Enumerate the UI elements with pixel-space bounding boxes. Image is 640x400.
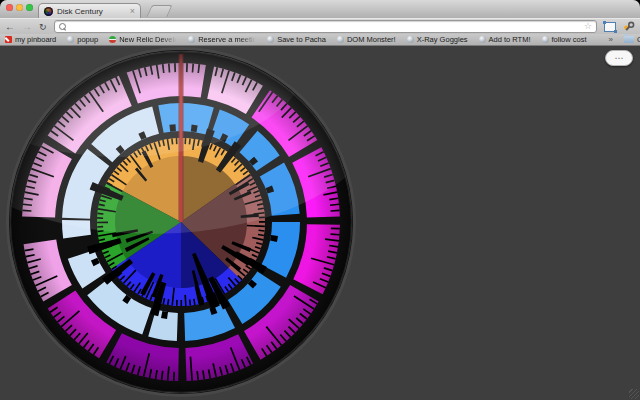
wrench-menu-icon[interactable] [623,21,635,33]
bookmark-label: DOM Monster! [347,35,396,44]
bookmark-item[interactable]: DOM Monster! [337,35,396,44]
tab-close-icon[interactable]: × [130,7,135,16]
traffic-lights [6,4,33,11]
globe-icon [542,36,549,43]
reload-button[interactable]: ↻ [39,22,47,32]
bookmark-label: X-Ray Goggles [417,35,468,44]
title-bar: Disk Century × [0,0,640,18]
extension-crop-icon[interactable] [604,22,616,32]
close-window-button[interactable] [6,4,13,11]
bookmarks-bar: my pinboardpopupNew Relic DeveloperReser… [0,34,640,46]
bookmark-label: New Relic Developer [119,35,177,44]
pinboard-icon [5,36,12,43]
bookmark-label: my pinboard [15,35,56,44]
bookmark-item[interactable]: my pinboard [5,35,56,44]
bookmark-item[interactable]: Save to Pacha [267,35,326,44]
bookmark-item[interactable]: New Relic Developer [109,35,177,44]
back-button[interactable]: ← [5,22,15,32]
globe-icon [407,36,414,43]
bookmark-label: Save to Pacha [277,35,326,44]
newrelic-icon [109,36,116,43]
bookmark-item[interactable]: Reserve a meeting n [188,35,256,44]
zoom-window-button[interactable] [26,4,33,11]
bookmark-star-icon[interactable]: ☆ [584,22,592,31]
bookmark-item[interactable]: X-Ray Goggles [407,35,468,44]
other-bookmarks-button[interactable]: Other Bookmarks [624,35,640,44]
bookmark-label: Reserve a meeting n [198,35,256,44]
new-tab-button[interactable] [146,5,172,17]
page-content: ⋯ [0,46,640,400]
tab-favicon-disk-icon [44,7,53,16]
disk-clock-visualization [3,46,359,400]
bookmark-item[interactable]: popup [67,35,98,44]
bookmark-label: popup [77,35,98,44]
nav-toolbar: ← → ↻ ☆ [0,18,640,34]
address-bar[interactable]: ☆ [54,20,597,33]
globe-icon [337,36,344,43]
tab-title: Disk Century [57,7,126,16]
globe-icon [479,36,486,43]
resize-grip[interactable] [629,389,639,399]
folder-icon [624,36,634,43]
search-icon [59,23,66,30]
globe-icon [188,36,195,43]
bookmark-label: Add to RTM! [489,35,531,44]
forward-button[interactable]: → [22,22,32,32]
globe-icon [67,36,74,43]
bookmark-label: follow cost [552,35,587,44]
bookmark-item[interactable]: Add to RTM! [479,35,531,44]
bookmarks-overflow-chevron[interactable]: » [609,35,613,44]
tab-disk-century[interactable]: Disk Century × [38,3,141,18]
globe-icon [267,36,274,43]
minimize-window-button[interactable] [16,4,23,11]
notification-bubble[interactable]: ⋯ [605,50,633,66]
browser-window: Disk Century × ← → ↻ ☆ my pinboardpopupN… [0,0,640,400]
bookmark-item[interactable]: follow cost [542,35,587,44]
